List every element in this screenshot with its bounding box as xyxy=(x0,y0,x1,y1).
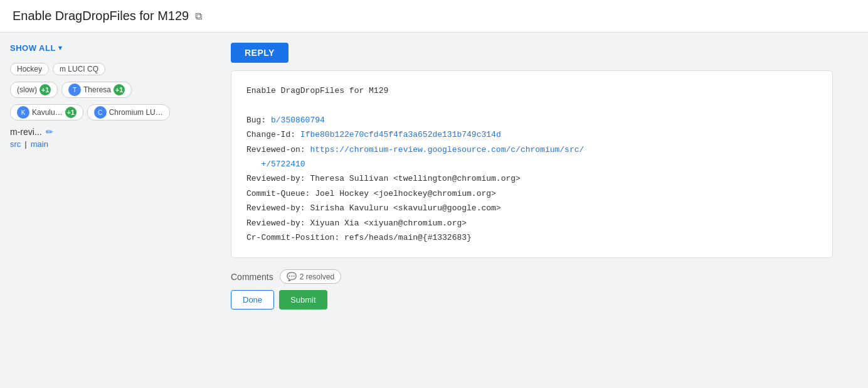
commit-queue: Commit-Queue: Joel Hockey <joelhockey@ch… xyxy=(246,186,817,201)
branch-links: src | main xyxy=(10,139,216,149)
comments-section: Comments 💬 2 resolved xyxy=(231,269,858,284)
reviewed-by-1: Reviewed-by: Theresa Sullivan <twellingt… xyxy=(246,171,817,186)
bug-link[interactable]: b/350860794 xyxy=(271,116,325,125)
reviewed-on-label: Reviewed-on: xyxy=(246,145,310,154)
right-panel: REPLY Enable DragDropFiles for M129 Bug:… xyxy=(226,43,868,378)
repo-row: m-revi... ✏ xyxy=(10,127,216,137)
kavulu-avatar: K xyxy=(17,106,29,119)
bottom-buttons: Done Submit xyxy=(231,290,858,310)
reviewer-chips: (slow) +1 T Theresa +1 xyxy=(10,82,216,98)
reviewer-chips-2: K Kavulu… +1 C Chromium LU… xyxy=(10,104,216,121)
main-content: SHOW ALL ▾ Hockey m LUCI CQ (slow) +1 T … xyxy=(0,33,868,388)
bug-line: Bug: b/350860794 xyxy=(246,113,817,127)
chromium-lu-avatar: C xyxy=(94,106,107,119)
reply-button[interactable]: REPLY xyxy=(231,43,288,63)
submit-button[interactable]: Submit xyxy=(279,290,327,310)
chromium-lu-chip[interactable]: C Chromium LU… xyxy=(87,104,170,121)
hockey-chip[interactable]: Hockey xyxy=(10,63,49,75)
commit-title: Enable DragDropFiles for M129 xyxy=(246,84,817,98)
resolved-badge[interactable]: 💬 2 resolved xyxy=(280,269,341,284)
show-all-button[interactable]: SHOW ALL ▾ xyxy=(10,43,62,53)
change-id-link[interactable]: Ifbe80b122e70cfd45f4fa3a652de131b749c314… xyxy=(300,130,501,139)
theresa-chip[interactable]: T Theresa +1 xyxy=(61,82,132,98)
bug-label: Bug: xyxy=(246,116,271,125)
action-bar: REPLY xyxy=(231,43,858,63)
done-button[interactable]: Done xyxy=(231,290,274,310)
theresa-label: Theresa xyxy=(83,85,111,94)
theresa-badge: +1 xyxy=(114,84,125,95)
src-link[interactable]: src xyxy=(10,139,21,149)
comments-label: Comments xyxy=(231,272,273,282)
luci-cq-chip[interactable]: m LUCI CQ xyxy=(53,63,105,75)
edit-icon[interactable]: ✏ xyxy=(46,127,53,137)
reviewed-by-3: Reviewed-by: Xiyuan Xia <xiyuan@chromium… xyxy=(246,216,817,230)
kavulu-badge: +1 xyxy=(65,107,77,118)
reviewed-by-2: Reviewed-by: Sirisha Kavuluru <skavuluru… xyxy=(246,201,817,215)
commit-box: Enable DragDropFiles for M129 Bug: b/350… xyxy=(231,70,833,258)
main-link[interactable]: main xyxy=(31,139,48,149)
resolved-count: 2 resolved xyxy=(300,272,334,281)
cr-commit-position: Cr-Commit-Position: refs/heads/main@{#13… xyxy=(246,230,817,245)
kavulu-chip[interactable]: K Kavulu… +1 xyxy=(10,104,83,121)
change-id-label: Change-Id: xyxy=(246,130,300,139)
slow-label: (slow) xyxy=(17,85,37,94)
chromium-lu-label: Chromium LU… xyxy=(109,108,163,117)
top-bar: Enable DragDropFiles for M129 ⧉ xyxy=(0,0,868,33)
repo-label: m-revi... xyxy=(10,127,42,137)
left-panel: SHOW ALL ▾ Hockey m LUCI CQ (slow) +1 T … xyxy=(0,43,226,378)
slow-badge: +1 xyxy=(40,84,51,95)
page-title: Enable DragDropFiles for M129 xyxy=(13,9,189,23)
slow-chip[interactable]: (slow) +1 xyxy=(10,82,58,98)
label-chips-row1: Hockey m LUCI CQ xyxy=(10,63,216,75)
chevron-down-icon: ▾ xyxy=(58,44,63,52)
theresa-avatar: T xyxy=(68,84,81,96)
kavulu-label: Kavulu… xyxy=(32,108,63,117)
change-id-line: Change-Id: Ifbe80b122e70cfd45f4fa3a652de… xyxy=(246,127,817,142)
copy-icon[interactable]: ⧉ xyxy=(195,11,202,22)
reviewed-on-line: Reviewed-on: https://chromium-review.goo… xyxy=(246,143,817,172)
comment-icon: 💬 xyxy=(287,272,297,281)
